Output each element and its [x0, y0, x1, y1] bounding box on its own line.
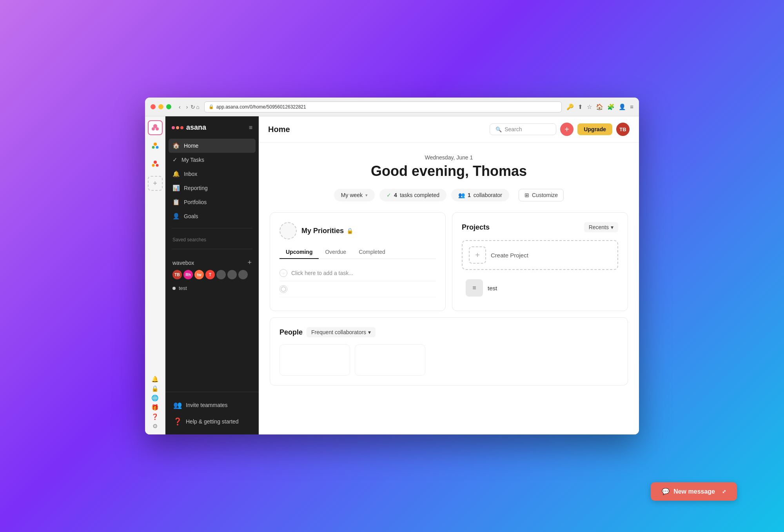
password-icon[interactable]: 🔑 — [566, 103, 574, 110]
collab-label: collaborator — [474, 192, 502, 198]
reporting-nav-icon: 📊 — [172, 185, 180, 192]
nav-arrows: ‹ › — [177, 103, 190, 111]
minimize-button[interactable] — [158, 104, 163, 109]
customize-label: Customize — [532, 192, 558, 198]
home-button[interactable]: ⌂ — [196, 104, 199, 110]
sidebar-item-label-goals: Goals — [184, 213, 198, 219]
bookmark-icon[interactable]: ☆ — [587, 103, 592, 110]
avatar-rh[interactable]: Rh — [183, 270, 193, 279]
sidebar-item-goals[interactable]: 👤 Goals — [169, 209, 256, 223]
add-task-row[interactable]: ○ Click here to add a task... — [279, 265, 436, 281]
svg-point-1 — [152, 127, 155, 130]
menu-icon[interactable]: ≡ — [630, 103, 633, 110]
create-project-button[interactable]: + Create Project — [462, 240, 618, 270]
gift-icon[interactable]: 🎁 — [151, 404, 159, 411]
cards-grid: My Priorities 🔒 Upcoming Overdue — [270, 212, 628, 311]
project-dot — [172, 287, 176, 290]
tab-completed-label: Completed — [359, 249, 385, 255]
help-icon[interactable]: ❓ — [151, 413, 159, 420]
person-card-2[interactable] — [355, 344, 425, 376]
search-bar[interactable]: 🔍 Search — [490, 123, 556, 135]
profile-icon[interactable]: 👤 — [619, 103, 626, 110]
people-icon: 👥 — [458, 192, 465, 198]
globe-icon[interactable]: 🌐 — [151, 394, 159, 402]
main-header: Home 🔍 Search + Upgrade TB — [259, 116, 639, 143]
tasks-completed-pill[interactable]: ✓ 4 tasks completed — [379, 189, 446, 201]
fullscreen-button[interactable] — [166, 104, 171, 109]
avatar-tw[interactable]: tw — [194, 270, 204, 279]
page-title: Home — [268, 125, 290, 134]
tasks-count: 4 — [394, 192, 397, 198]
rail-icon-2[interactable] — [148, 138, 163, 153]
sidebar-item-reporting[interactable]: 📊 Reporting — [169, 181, 256, 195]
tab-upcoming[interactable]: Upcoming — [279, 246, 319, 259]
sidebar-collapse-icon[interactable]: ≡ — [249, 124, 252, 131]
icon-rail: + 🔔 🔒 🌐 🎁 ❓ ⚙ — [145, 116, 165, 434]
add-workspace-button[interactable]: + — [148, 176, 163, 191]
url-bar[interactable]: 🔒 app.asana.com/0/home/509560126322821 — [204, 101, 562, 112]
asana-logo-dots — [172, 126, 183, 129]
recents-chevron-icon: ▾ — [611, 224, 613, 230]
rail-icon-3[interactable] — [148, 156, 163, 171]
invite-teammates-button[interactable]: 👥 Invite teammates — [170, 397, 254, 413]
workspace-avatars: TB Rh tw T — [172, 270, 254, 279]
create-button[interactable]: + — [560, 123, 573, 136]
user-avatar[interactable]: TB — [616, 123, 630, 136]
priorities-title: My Priorities 🔒 — [301, 227, 353, 235]
upgrade-button[interactable]: Upgrade — [577, 123, 612, 135]
project-row-test[interactable]: ≡ test — [462, 275, 618, 301]
back-button[interactable]: ‹ — [177, 103, 183, 111]
svg-point-8 — [156, 164, 158, 167]
tab-overdue[interactable]: Overdue — [319, 246, 352, 259]
home-tab-icon[interactable]: 🏠 — [596, 103, 603, 110]
projects-header: Projects Recents ▾ — [462, 222, 618, 232]
svg-point-5 — [156, 146, 158, 149]
sidebar: asana ≡ 🏠 Home ✓ My Tasks 🔔 Inbox — [165, 116, 259, 434]
sidebar-item-label-tasks: My Tasks — [181, 157, 204, 163]
close-button[interactable] — [151, 104, 156, 109]
projects-card: Projects Recents ▾ + Create Project — [452, 212, 628, 311]
workspace-name: wavebox — [172, 260, 194, 266]
person-card-1[interactable] — [279, 344, 350, 376]
avatar-gray-1[interactable] — [216, 270, 226, 279]
customize-button[interactable]: ⊞ Customize — [519, 189, 564, 201]
inbox-nav-icon: 🔔 — [172, 170, 180, 177]
sidebar-item-portfolios[interactable]: 📋 Portfolios — [169, 195, 256, 209]
collaborators-pill[interactable]: 👥 1 collaborator — [451, 189, 509, 201]
bell-icon[interactable]: 🔔 — [151, 376, 159, 383]
puzzle-icon[interactable]: 🧩 — [607, 103, 615, 110]
people-cards — [279, 344, 618, 376]
avatar-tb[interactable]: TB — [172, 270, 182, 279]
rail-icon-asana[interactable] — [148, 120, 163, 135]
project-item-test[interactable]: test — [170, 282, 254, 294]
avatar-t[interactable]: T — [205, 270, 215, 279]
task-row-empty[interactable] — [279, 281, 436, 297]
search-icon: 🔍 — [495, 127, 502, 132]
recents-button[interactable]: Recents ▾ — [584, 222, 618, 232]
people-section: People Frequent collaborators ▾ — [270, 317, 628, 385]
sidebar-item-inbox[interactable]: 🔔 Inbox — [169, 167, 256, 181]
sidebar-item-tasks[interactable]: ✓ My Tasks — [169, 153, 256, 167]
workspace-section: wavebox + TB Rh tw T test — [165, 252, 259, 297]
forward-button[interactable]: › — [184, 103, 190, 111]
frequent-collaborators-button[interactable]: Frequent collaborators ▾ — [307, 327, 376, 337]
avatar-gray-3[interactable] — [238, 270, 248, 279]
priorities-tabs: Upcoming Overdue Completed — [279, 246, 436, 259]
help-getting-started-button[interactable]: ❓ Help & getting started — [170, 413, 254, 430]
sidebar-item-home[interactable]: 🏠 Home — [169, 139, 256, 153]
workspace-add-button[interactable]: + — [247, 259, 252, 267]
workspace-header: wavebox + — [170, 255, 254, 270]
tab-completed[interactable]: Completed — [352, 246, 392, 259]
settings-icon[interactable]: ⚙ — [152, 423, 158, 430]
sidebar-item-label-inbox: Inbox — [184, 171, 197, 177]
lock-small-icon[interactable]: 🔒 — [151, 385, 159, 392]
reload-button[interactable]: ↻ — [191, 104, 195, 110]
sidebar-item-label-reporting: Reporting — [184, 185, 208, 191]
task-check-icon — [279, 285, 287, 293]
new-message-button[interactable]: 💬 New message ⤢ — [651, 482, 737, 501]
saved-searches-title: Saved searches — [165, 232, 259, 246]
share-icon[interactable]: ⬆ — [578, 103, 583, 110]
avatar-gray-2[interactable] — [227, 270, 237, 279]
header-right: 🔍 Search + Upgrade TB — [490, 123, 630, 136]
my-week-pill[interactable]: My week ▾ — [334, 189, 375, 201]
